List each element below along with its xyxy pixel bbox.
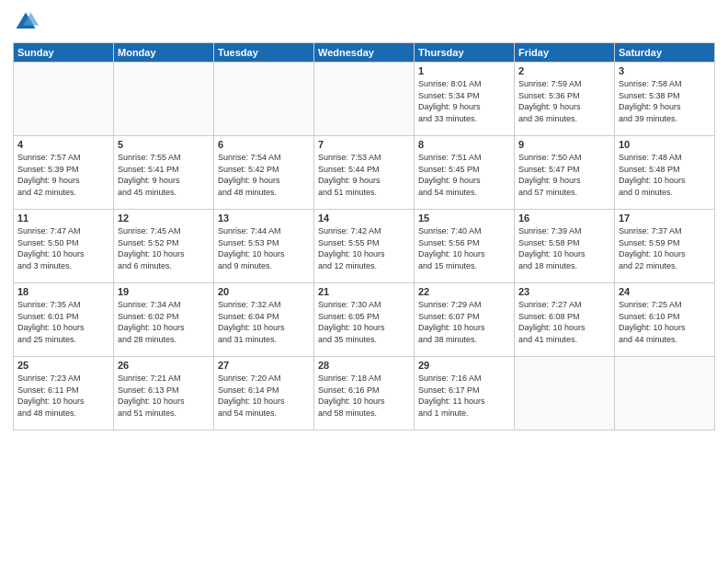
day-number: 28 [318, 360, 410, 371]
day-number: 15 [418, 213, 510, 224]
day-number: 27 [218, 360, 310, 371]
day-number: 18 [17, 286, 109, 297]
day-number: 7 [318, 139, 410, 150]
day-info: Sunrise: 7:18 AM Sunset: 6:16 PM Dayligh… [318, 373, 410, 419]
day-info: Sunrise: 7:58 AM Sunset: 5:38 PM Dayligh… [619, 78, 711, 124]
day-number: 26 [118, 360, 210, 371]
logo-icon [13, 9, 39, 35]
day-number: 3 [619, 65, 711, 76]
day-info: Sunrise: 7:40 AM Sunset: 5:56 PM Dayligh… [418, 225, 510, 271]
weekday-header-friday: Friday [515, 43, 615, 63]
day-number: 5 [118, 139, 210, 150]
calendar-cell: 1Sunrise: 8:01 AM Sunset: 5:34 PM Daylig… [415, 63, 515, 136]
day-number: 21 [318, 286, 410, 297]
calendar-cell [314, 63, 415, 136]
calendar-cell [615, 357, 715, 431]
calendar-cell: 27Sunrise: 7:20 AM Sunset: 6:14 PM Dayli… [214, 357, 314, 431]
day-info: Sunrise: 7:45 AM Sunset: 5:52 PM Dayligh… [118, 225, 210, 271]
day-number: 11 [17, 213, 109, 224]
day-info: Sunrise: 7:35 AM Sunset: 6:01 PM Dayligh… [17, 299, 109, 345]
day-number: 24 [619, 286, 711, 297]
day-number: 14 [318, 213, 410, 224]
day-number: 25 [17, 360, 109, 371]
day-number: 4 [17, 139, 109, 150]
calendar-cell: 7Sunrise: 7:53 AM Sunset: 5:44 PM Daylig… [314, 136, 415, 210]
calendar-cell: 20Sunrise: 7:32 AM Sunset: 6:04 PM Dayli… [214, 283, 314, 357]
day-number: 23 [518, 286, 610, 297]
calendar-cell: 4Sunrise: 7:57 AM Sunset: 5:39 PM Daylig… [14, 136, 114, 210]
day-number: 1 [418, 65, 510, 76]
weekday-header-row: SundayMondayTuesdayWednesdayThursdayFrid… [14, 43, 715, 63]
day-info: Sunrise: 7:50 AM Sunset: 5:47 PM Dayligh… [518, 152, 610, 198]
day-number: 19 [118, 286, 210, 297]
day-info: Sunrise: 7:29 AM Sunset: 6:07 PM Dayligh… [418, 299, 510, 345]
day-number: 8 [418, 139, 510, 150]
calendar-cell: 25Sunrise: 7:23 AM Sunset: 6:11 PM Dayli… [14, 357, 114, 431]
day-number: 17 [619, 213, 711, 224]
calendar-cell: 6Sunrise: 7:54 AM Sunset: 5:42 PM Daylig… [214, 136, 314, 210]
calendar-cell: 3Sunrise: 7:58 AM Sunset: 5:38 PM Daylig… [615, 63, 715, 136]
calendar-cell: 24Sunrise: 7:25 AM Sunset: 6:10 PM Dayli… [615, 283, 715, 357]
calendar-week-0: 1Sunrise: 8:01 AM Sunset: 5:34 PM Daylig… [14, 63, 715, 136]
calendar-cell: 28Sunrise: 7:18 AM Sunset: 6:16 PM Dayli… [314, 357, 415, 431]
day-info: Sunrise: 7:20 AM Sunset: 6:14 PM Dayligh… [218, 373, 310, 419]
day-number: 9 [518, 139, 610, 150]
day-info: Sunrise: 7:55 AM Sunset: 5:41 PM Dayligh… [118, 152, 210, 198]
weekday-header-sunday: Sunday [14, 43, 114, 63]
day-number: 16 [518, 213, 610, 224]
calendar-cell: 10Sunrise: 7:48 AM Sunset: 5:48 PM Dayli… [615, 136, 715, 210]
calendar-cell: 5Sunrise: 7:55 AM Sunset: 5:41 PM Daylig… [114, 136, 214, 210]
day-info: Sunrise: 7:47 AM Sunset: 5:50 PM Dayligh… [17, 225, 109, 271]
calendar-cell: 18Sunrise: 7:35 AM Sunset: 6:01 PM Dayli… [14, 283, 114, 357]
day-info: Sunrise: 7:59 AM Sunset: 5:36 PM Dayligh… [518, 78, 610, 124]
calendar-cell: 16Sunrise: 7:39 AM Sunset: 5:58 PM Dayli… [515, 210, 615, 283]
calendar-table: SundayMondayTuesdayWednesdayThursdayFrid… [13, 42, 715, 431]
day-info: Sunrise: 7:21 AM Sunset: 6:13 PM Dayligh… [118, 373, 210, 419]
day-info: Sunrise: 7:25 AM Sunset: 6:10 PM Dayligh… [619, 299, 711, 345]
header [13, 9, 715, 35]
day-info: Sunrise: 7:30 AM Sunset: 6:05 PM Dayligh… [318, 299, 410, 345]
day-info: Sunrise: 7:54 AM Sunset: 5:42 PM Dayligh… [218, 152, 310, 198]
calendar-cell: 17Sunrise: 7:37 AM Sunset: 5:59 PM Dayli… [615, 210, 715, 283]
weekday-header-thursday: Thursday [415, 43, 515, 63]
calendar-header: SundayMondayTuesdayWednesdayThursdayFrid… [14, 43, 715, 63]
day-info: Sunrise: 7:57 AM Sunset: 5:39 PM Dayligh… [17, 152, 109, 198]
weekday-header-saturday: Saturday [615, 43, 715, 63]
calendar-cell: 14Sunrise: 7:42 AM Sunset: 5:55 PM Dayli… [314, 210, 415, 283]
day-number: 2 [518, 65, 610, 76]
day-info: Sunrise: 7:16 AM Sunset: 6:17 PM Dayligh… [418, 373, 510, 419]
calendar-cell: 23Sunrise: 7:27 AM Sunset: 6:08 PM Dayli… [515, 283, 615, 357]
calendar-cell [114, 63, 214, 136]
calendar-cell: 29Sunrise: 7:16 AM Sunset: 6:17 PM Dayli… [415, 357, 515, 431]
logo [13, 9, 42, 35]
calendar-cell: 22Sunrise: 7:29 AM Sunset: 6:07 PM Dayli… [415, 283, 515, 357]
day-info: Sunrise: 7:27 AM Sunset: 6:08 PM Dayligh… [518, 299, 610, 345]
day-info: Sunrise: 7:37 AM Sunset: 5:59 PM Dayligh… [619, 225, 711, 271]
day-number: 22 [418, 286, 510, 297]
calendar-cell: 11Sunrise: 7:47 AM Sunset: 5:50 PM Dayli… [14, 210, 114, 283]
day-number: 29 [418, 360, 510, 371]
day-info: Sunrise: 7:44 AM Sunset: 5:53 PM Dayligh… [218, 225, 310, 271]
calendar-body: 1Sunrise: 8:01 AM Sunset: 5:34 PM Daylig… [14, 63, 715, 431]
calendar-cell: 19Sunrise: 7:34 AM Sunset: 6:02 PM Dayli… [114, 283, 214, 357]
page: SundayMondayTuesdayWednesdayThursdayFrid… [0, 0, 728, 563]
day-info: Sunrise: 8:01 AM Sunset: 5:34 PM Dayligh… [418, 78, 510, 124]
calendar-week-4: 25Sunrise: 7:23 AM Sunset: 6:11 PM Dayli… [14, 357, 715, 431]
calendar-cell: 9Sunrise: 7:50 AM Sunset: 5:47 PM Daylig… [515, 136, 615, 210]
calendar-week-1: 4Sunrise: 7:57 AM Sunset: 5:39 PM Daylig… [14, 136, 715, 210]
day-info: Sunrise: 7:39 AM Sunset: 5:58 PM Dayligh… [518, 225, 610, 271]
day-info: Sunrise: 7:23 AM Sunset: 6:11 PM Dayligh… [17, 373, 109, 419]
weekday-header-wednesday: Wednesday [314, 43, 415, 63]
day-number: 10 [619, 139, 711, 150]
day-number: 13 [218, 213, 310, 224]
calendar-cell: 21Sunrise: 7:30 AM Sunset: 6:05 PM Dayli… [314, 283, 415, 357]
calendar-cell: 8Sunrise: 7:51 AM Sunset: 5:45 PM Daylig… [415, 136, 515, 210]
weekday-header-tuesday: Tuesday [214, 43, 314, 63]
calendar-cell [214, 63, 314, 136]
day-number: 20 [218, 286, 310, 297]
calendar-cell: 13Sunrise: 7:44 AM Sunset: 5:53 PM Dayli… [214, 210, 314, 283]
calendar-cell: 26Sunrise: 7:21 AM Sunset: 6:13 PM Dayli… [114, 357, 214, 431]
calendar-cell [515, 357, 615, 431]
day-number: 12 [118, 213, 210, 224]
day-info: Sunrise: 7:32 AM Sunset: 6:04 PM Dayligh… [218, 299, 310, 345]
